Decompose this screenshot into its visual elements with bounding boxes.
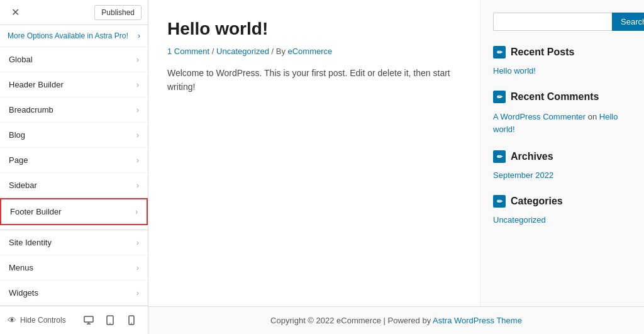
sidebar-item-widgets-label: Widgets <box>9 288 38 298</box>
svg-point-4 <box>131 323 132 324</box>
controls-bar: 👁 Hide Controls <box>0 306 148 334</box>
sidebar-item-blog-label: Blog <box>9 130 25 140</box>
chevron-right-icon: › <box>136 106 139 114</box>
on-text: on <box>588 112 597 121</box>
sidebar-item-sidebar-label: Sidebar <box>9 181 37 190</box>
astra-promo-text: More Options Available in Astra Pro! <box>8 31 128 40</box>
sidebar-item-site-identity-label: Site Identity <box>9 238 52 247</box>
sidebar-item-page[interactable]: Page › <box>0 148 148 173</box>
recent-posts-title: ✏ Recent Posts <box>493 46 631 58</box>
sidebar-item-footer-builder-label: Footer Builder <box>10 207 62 216</box>
post-body: Welcome to WordPress. This is your first… <box>167 66 461 94</box>
recent-comments-heading: Recent Comments <box>511 91 599 103</box>
recent-comments-title: ✏ Recent Comments <box>493 91 631 103</box>
search-widget: Search <box>493 13 631 31</box>
sidebar-item-menus[interactable]: Menus › <box>0 255 148 281</box>
chevron-right-icon: › <box>136 289 139 298</box>
chevron-right-icon: › <box>136 264 139 272</box>
sidebar-item-sidebar[interactable]: Sidebar › <box>0 173 148 198</box>
post-meta: 1 Comment / Uncategorized / By eCommerce <box>167 47 461 56</box>
archives-title: ✏ Archives <box>493 150 631 163</box>
categories-heading: Categories <box>511 196 563 207</box>
recent-posts-icon: ✏ <box>493 46 506 58</box>
category-link[interactable]: Uncategorized <box>493 215 631 225</box>
sidebar-item-global[interactable]: Global › <box>0 47 148 72</box>
chevron-right-icon: › <box>136 131 139 140</box>
search-input[interactable] <box>493 13 612 31</box>
meta-separator-1: / <box>209 47 216 56</box>
page-preview: Hello world! 1 Comment / Uncategorized /… <box>148 0 644 334</box>
post-author-link[interactable]: eCommerce <box>288 47 333 56</box>
post-title: Hello world! <box>167 19 461 39</box>
sidebar-nav: Global › Header Builder › Breadcrumb › B… <box>0 47 148 230</box>
eye-icon: 👁 <box>8 315 16 325</box>
recent-comments-widget: ✏ Recent Comments A WordPress Commenter … <box>493 91 631 135</box>
sidebar-item-footer-builder[interactable]: Footer Builder › <box>0 198 148 225</box>
sidebar-item-site-identity[interactable]: Site Identity › <box>0 230 148 255</box>
sidebar-item-breadcrumb[interactable]: Breadcrumb › <box>0 97 148 123</box>
sidebar-item-menus-label: Menus <box>9 263 33 272</box>
categories-title: ✏ Categories <box>493 195 631 208</box>
site-footer: Copyright © 2022 eCommerce | Powered by … <box>148 306 644 334</box>
post-category-link[interactable]: Uncategorized <box>216 47 269 56</box>
sidebar-item-widgets[interactable]: Widgets › <box>0 281 148 306</box>
preview-area: Hello world! 1 Comment / Uncategorized /… <box>148 0 644 334</box>
sidebar-item-breadcrumb-label: Breadcrumb <box>9 105 53 114</box>
footer-text: Copyright © 2022 eCommerce | Powered by <box>270 316 433 325</box>
recent-comments-icon: ✏ <box>493 91 506 103</box>
archive-link[interactable]: September 2022 <box>493 170 631 180</box>
chevron-right-icon: › <box>135 208 138 216</box>
sidebar-bottom-nav: Site Identity › Menus › Widgets › <box>0 230 148 306</box>
categories-widget: ✏ Categories Uncategorized <box>493 195 631 225</box>
search-button[interactable]: Search <box>612 13 644 31</box>
archives-icon: ✏ <box>493 150 506 163</box>
close-button[interactable]: ✕ <box>6 4 24 21</box>
footer-theme-link[interactable]: Astra WordPress Theme <box>433 316 522 325</box>
chevron-right-icon: › <box>136 81 139 89</box>
device-icons-group <box>80 311 140 329</box>
sidebar-top-bar: ✕ Published <box>0 0 148 25</box>
hide-controls-button[interactable]: 👁 Hide Controls <box>8 315 66 325</box>
commenter-link[interactable]: A WordPress Commenter <box>493 112 586 121</box>
tablet-icon[interactable] <box>101 311 119 329</box>
content-wrapper: Hello world! 1 Comment / Uncategorized /… <box>148 0 644 306</box>
astra-promo-chevron-icon: › <box>138 31 140 40</box>
sidebar-item-page-label: Page <box>9 155 28 165</box>
archives-heading: Archives <box>511 151 553 162</box>
desktop-icon[interactable] <box>80 311 97 329</box>
sidebar-item-header-builder-label: Header Builder <box>9 80 64 89</box>
chevron-right-icon: › <box>136 156 139 165</box>
customizer-sidebar: ✕ Published More Options Available in As… <box>0 0 148 334</box>
post-comments-link[interactable]: 1 Comment <box>167 47 209 56</box>
svg-point-2 <box>109 323 111 324</box>
published-button[interactable]: Published <box>94 5 142 20</box>
recent-comment-item: A WordPress Commenter on Hello world! <box>493 111 631 135</box>
astra-promo-banner[interactable]: More Options Available in Astra Pro! › <box>0 25 148 47</box>
sidebar-item-performance[interactable]: Performance › <box>0 225 148 230</box>
sidebar-item-blog[interactable]: Blog › <box>0 123 148 148</box>
hide-controls-label: Hide Controls <box>20 316 66 325</box>
sidebar-item-global-label: Global <box>9 55 33 64</box>
recent-posts-heading: Recent Posts <box>511 47 574 58</box>
sidebar-item-header-builder[interactable]: Header Builder › <box>0 72 148 97</box>
chevron-right-icon: › <box>136 181 139 190</box>
svg-rect-0 <box>84 316 93 322</box>
recent-posts-widget: ✏ Recent Posts Hello world! <box>493 46 631 75</box>
mobile-icon[interactable] <box>123 311 140 329</box>
post-content: Hello world! 1 Comment / Uncategorized /… <box>148 0 480 306</box>
categories-icon: ✏ <box>493 195 506 208</box>
chevron-right-icon: › <box>136 238 139 247</box>
archives-widget: ✏ Archives September 2022 <box>493 150 631 180</box>
recent-post-link[interactable]: Hello world! <box>493 66 631 75</box>
meta-separator-2: / By <box>269 47 288 56</box>
widgets-sidebar: Search ✏ Recent Posts Hello world! ✏ Rec… <box>480 0 644 306</box>
chevron-right-icon: › <box>136 55 139 64</box>
